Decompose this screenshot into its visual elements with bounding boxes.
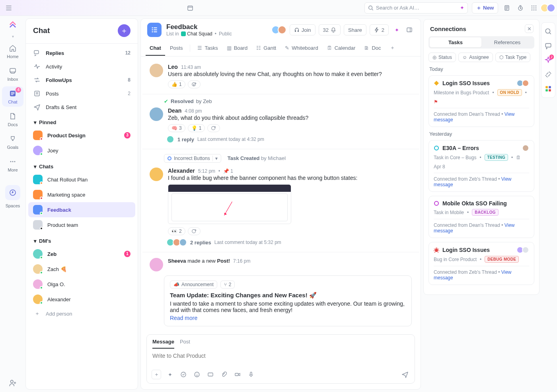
add-reaction-button[interactable] bbox=[188, 80, 201, 88]
sidebar-item-product-design[interactable]: Product Design 3 bbox=[28, 128, 135, 143]
apps-grid-icon[interactable] bbox=[529, 3, 539, 13]
tab-board[interactable]: ▥Board bbox=[223, 41, 252, 56]
composer-tab-post[interactable]: Post bbox=[180, 339, 190, 349]
rail-goals[interactable]: Goals bbox=[2, 132, 23, 152]
invite-user-icon[interactable] bbox=[8, 378, 17, 387]
connection-card[interactable]: Mobile Okta SSO Failing Task in Mobile• … bbox=[428, 196, 534, 238]
timer-icon[interactable] bbox=[516, 3, 525, 13]
member-count-button[interactable]: 32 bbox=[319, 24, 341, 35]
avatar[interactable] bbox=[150, 168, 163, 181]
post-tag[interactable]: 📣Announcement bbox=[170, 281, 217, 289]
clickup-logo[interactable] bbox=[6, 18, 19, 32]
sidebar-toggle-icon[interactable] bbox=[6, 3, 12, 13]
sidepanel-icon[interactable] bbox=[405, 25, 414, 35]
sidebar-item-drafts[interactable]: Drafts & Sent bbox=[28, 100, 135, 114]
sidebar-item-marketing[interactable]: Marketing space bbox=[28, 187, 135, 202]
gif-icon[interactable] bbox=[206, 370, 215, 379]
calendar-tiny-icon[interactable] bbox=[187, 3, 193, 13]
sidebar-add-person[interactable]: ＋ Add person bbox=[28, 307, 135, 320]
avatar[interactable] bbox=[150, 107, 163, 121]
search-icon[interactable] bbox=[543, 26, 554, 37]
new-chat-button[interactable]: ＋ bbox=[118, 24, 130, 37]
message-author[interactable]: Sheeva bbox=[168, 258, 186, 264]
reaction[interactable]: 💡1 bbox=[188, 124, 205, 132]
connection-card[interactable]: Login SSO Issues Bug in Core Product• DE… bbox=[428, 242, 534, 285]
reaction[interactable]: 🧠3 bbox=[168, 124, 185, 132]
rail-home[interactable]: Home bbox=[2, 41, 23, 61]
rail-spaces[interactable] bbox=[5, 185, 20, 200]
sidebar-item-product-team[interactable]: Product team bbox=[28, 217, 135, 232]
sidebar-item-activity[interactable]: Activity bbox=[28, 60, 135, 73]
sidebar-section-dms[interactable]: ▾ DM's bbox=[28, 232, 135, 246]
rail-docs[interactable]: Docs bbox=[2, 109, 23, 129]
connection-card[interactable]: E30A – Errors Task in Core – Bugs• TESTI… bbox=[428, 140, 534, 192]
notepad-icon[interactable] bbox=[502, 3, 512, 13]
tab-posts[interactable]: Posts bbox=[166, 41, 187, 56]
seg-tasks[interactable]: Tasks bbox=[430, 37, 481, 47]
ai-sparkle-icon[interactable]: ✦ bbox=[165, 370, 175, 379]
message-author[interactable]: Alexander bbox=[168, 168, 195, 174]
sidebar-item-followups[interactable]: FollowUps 8 bbox=[28, 73, 135, 87]
reaction[interactable]: 👍1 bbox=[168, 80, 185, 88]
post-card[interactable]: 📣Announcement ⑂2 Team Update: Exciting C… bbox=[164, 275, 412, 326]
global-search[interactable]: Search or Ask AI… ✦ bbox=[364, 2, 468, 14]
post-reply-count[interactable]: ⑂2 bbox=[220, 281, 235, 289]
attachment-icon[interactable] bbox=[219, 370, 229, 379]
sidebar-item-alexander[interactable]: Alexander bbox=[28, 292, 135, 307]
member-avatars[interactable] bbox=[274, 25, 286, 34]
thread-summary[interactable]: 2 replies Last comment today at 5:32 pm bbox=[168, 238, 412, 246]
read-more-link[interactable]: Read more bbox=[170, 315, 406, 321]
message-author[interactable]: Dean bbox=[168, 107, 181, 114]
comment-icon[interactable] bbox=[543, 40, 554, 51]
sidebar-item-zeb[interactable]: Zeb 1 bbox=[28, 246, 135, 261]
share-button[interactable]: Share bbox=[344, 24, 366, 35]
sidebar-item-chat-rollout[interactable]: Chat Rollout Plan bbox=[28, 172, 135, 187]
plus-icon[interactable]: ＋ bbox=[152, 370, 161, 379]
attachment-image[interactable] bbox=[168, 184, 291, 224]
thread-summary[interactable]: 1 reply Last comment today at 4:32 pm bbox=[168, 135, 412, 143]
rail-chat[interactable]: 4 Chat bbox=[2, 86, 23, 107]
sidebar-item-joey[interactable]: Joey bbox=[28, 143, 135, 158]
tab-doc[interactable]: 🗎Doc bbox=[360, 41, 385, 56]
avatar[interactable] bbox=[150, 64, 163, 77]
sidebar-section-pinned[interactable]: ▾ Pinned bbox=[28, 114, 135, 128]
filter-task-type[interactable]: ⬡Task Type bbox=[495, 53, 531, 62]
sidebar-item-olga[interactable]: Olga O. bbox=[28, 277, 135, 292]
sidebar-item-feedback[interactable]: Feedback bbox=[28, 202, 135, 217]
tab-tasks[interactable]: ☰Tasks bbox=[193, 41, 222, 56]
apps-icon[interactable] bbox=[543, 83, 554, 94]
composer-tab-message[interactable]: Message bbox=[152, 339, 174, 349]
filter-assignee[interactable]: ☺Assignee bbox=[458, 53, 493, 62]
tab-calendar[interactable]: 🗓Calendar bbox=[323, 41, 360, 56]
rail-more[interactable]: More bbox=[2, 154, 23, 175]
message-author[interactable]: Leo bbox=[168, 64, 178, 70]
emoji-icon[interactable] bbox=[192, 370, 202, 379]
sidebar-item-zach[interactable]: Zach 🍕 bbox=[28, 261, 135, 277]
add-reaction-button[interactable] bbox=[207, 124, 220, 132]
reaction[interactable]: 👀2 bbox=[168, 227, 185, 235]
link-icon[interactable] bbox=[543, 69, 554, 80]
breadcrumb-folder[interactable]: Chat Squad bbox=[187, 31, 212, 37]
chevron-down-icon[interactable]: ▾ bbox=[12, 34, 14, 39]
rail-inbox[interactable]: Inbox bbox=[2, 64, 23, 84]
user-avatar-stack[interactable] bbox=[543, 4, 555, 12]
sidebar-item-replies[interactable]: Replies 12 bbox=[28, 46, 135, 60]
ai-icon[interactable]: 2 bbox=[543, 55, 554, 66]
ai-sparkle-icon[interactable]: ✦ bbox=[392, 25, 401, 35]
sidebar-section-chats[interactable]: ▾ Chats bbox=[28, 158, 135, 172]
avatar[interactable] bbox=[150, 258, 163, 271]
close-icon[interactable]: ✕ bbox=[525, 24, 534, 33]
mic-icon[interactable] bbox=[246, 370, 256, 379]
sidebar-item-posts[interactable]: Posts 2 bbox=[28, 87, 135, 100]
filter-status[interactable]: ◎Status bbox=[428, 53, 456, 62]
connection-card[interactable]: Login SSO Issues Milestone in Bugs Produ… bbox=[428, 75, 534, 127]
video-icon[interactable] bbox=[233, 370, 242, 379]
new-button[interactable]: ＋ New bbox=[472, 2, 498, 14]
seg-references[interactable]: References bbox=[481, 37, 533, 47]
automations-button[interactable]: 2 bbox=[370, 24, 389, 35]
send-button[interactable] bbox=[400, 370, 410, 379]
tab-chat[interactable]: Chat bbox=[146, 41, 165, 56]
add-reaction-button[interactable] bbox=[188, 227, 201, 235]
tab-whiteboard[interactable]: ✎Whiteboard bbox=[281, 41, 322, 56]
composer-input[interactable] bbox=[147, 349, 415, 366]
